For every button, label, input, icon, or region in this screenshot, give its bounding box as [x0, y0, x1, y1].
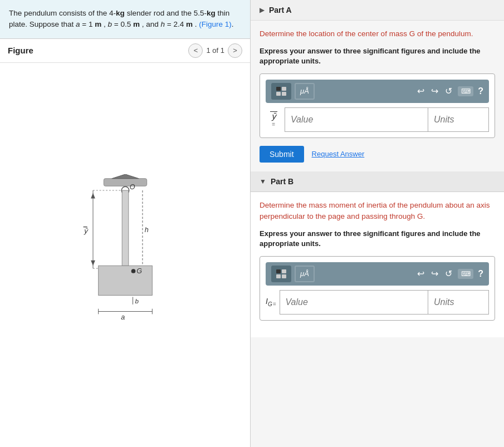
part-b-mu-icon[interactable]: μÅ [295, 266, 315, 282]
sq-light-1 [282, 87, 286, 91]
part-b-section: ▼ Part B Determine the mass moment of in… [251, 171, 504, 337]
part-b-grid-icon [276, 269, 286, 278]
svg-point-5 [131, 269, 135, 273]
ig-label: IG = [266, 297, 276, 307]
page-indicator: 1 of 1 [206, 46, 224, 55]
part-a-label: Part A [269, 6, 292, 14]
mu-icon[interactable]: μÅ [295, 83, 315, 100]
problem-text: The pendulum consists of the 4-kg slende… [0, 0, 250, 39]
part-a-chevron-icon: ▶ [260, 6, 265, 14]
svg-rect-3 [122, 190, 129, 266]
part-b-answer-box: μÅ ↩ ↪ ↺ ? IG = [260, 256, 495, 321]
part-b-toolbar: μÅ ↩ ↪ ↺ ? [266, 262, 489, 286]
part-b-instruction: Express your answer to three significant… [260, 229, 495, 249]
part-a-request-button[interactable]: Request Answer [312, 150, 365, 158]
part-a-answer-box: μÅ ↩ ↪ ↺ ? ȳ = [260, 73, 495, 138]
figure-content: O G ȳ h b a [0, 63, 250, 448]
part-a-instruction: Express your answer to three significant… [260, 46, 495, 66]
part-b-label: Part B [271, 177, 293, 186]
part-b-value-input[interactable] [280, 290, 428, 315]
sq-light-2 [276, 92, 281, 96]
prev-button[interactable]: < [188, 43, 203, 58]
part-a-body: Determine the location of the center of … [251, 21, 504, 171]
left-panel: The pendulum consists of the 4-kg slende… [0, 0, 251, 447]
figure-title: Figure [8, 46, 188, 55]
refresh-button[interactable]: ↺ [444, 86, 453, 96]
part-b-keyboard-icon[interactable] [458, 269, 473, 279]
part-b-units-input[interactable] [428, 290, 489, 315]
figure-header: Figure < 1 of 1 > [0, 39, 250, 63]
part-a-collapsed-header[interactable]: ▶ Part A [251, 0, 504, 21]
part-a-toolbar: μÅ ↩ ↪ ↺ ? [266, 80, 489, 103]
part-b-body: Determine the mass moment of inertia of … [251, 192, 504, 337]
part-a-value-input[interactable] [285, 107, 428, 132]
svg-rect-0 [104, 178, 146, 186]
keyboard-icon[interactable] [458, 86, 473, 96]
help-button[interactable]: ? [478, 86, 483, 96]
figure-area: Figure < 1 of 1 > O G [0, 39, 250, 448]
next-button[interactable]: > [228, 43, 242, 58]
part-b-description: Determine the mass moment of inertia of … [260, 200, 495, 223]
svg-marker-20 [91, 260, 95, 266]
sq-light-3 [282, 92, 286, 96]
toolbar-left: μÅ [271, 83, 315, 100]
sq-dark-1 [276, 87, 281, 91]
svg-rect-4 [98, 266, 152, 295]
part-b-formula-icon[interactable] [271, 266, 291, 282]
svg-text:O: O [129, 183, 135, 191]
right-panel: ▶ Part A Determine the location of the c… [251, 0, 504, 447]
svg-text:b: b [135, 297, 139, 304]
part-b-undo-button[interactable]: ↩ [416, 268, 425, 279]
svg-text:h: h [144, 226, 148, 234]
part-b-sq-light-1 [282, 269, 286, 273]
part-a-submit-button[interactable]: Submit [260, 146, 304, 163]
svg-text:G: G [136, 267, 142, 275]
svg-marker-21 [111, 174, 138, 179]
part-b-chevron-icon: ▼ [260, 178, 266, 185]
part-b-help-button[interactable]: ? [478, 269, 483, 279]
part-b-header[interactable]: ▼ Part B [251, 171, 504, 192]
toolbar-right: ↩ ↪ ↺ ? [416, 86, 483, 96]
part-b-input-row: IG = [266, 290, 489, 315]
svg-text:ȳ: ȳ [83, 227, 88, 235]
undo-button[interactable]: ↩ [416, 86, 425, 96]
part-b-toolbar-right: ↩ ↪ ↺ ? [416, 268, 483, 279]
part-a-units-input[interactable] [428, 107, 489, 132]
figure-nav: < 1 of 1 > [188, 43, 242, 58]
part-b-redo-button[interactable]: ↪ [430, 268, 439, 279]
redo-button[interactable]: ↪ [430, 86, 439, 96]
part-a-description: Determine the location of the center of … [260, 28, 495, 40]
y-bar-label: ȳ = [266, 111, 281, 127]
svg-marker-19 [91, 193, 95, 199]
svg-text:a: a [121, 313, 125, 321]
grid-icon [276, 87, 286, 96]
part-b-sq-light-3 [282, 274, 286, 278]
part-b-toolbar-left: μÅ [271, 266, 315, 282]
part-b-sq-light-2 [276, 274, 281, 278]
formula-icon[interactable] [271, 83, 291, 100]
part-b-refresh-button[interactable]: ↺ [444, 268, 453, 279]
part-a-action-row: Submit Request Answer [260, 146, 495, 163]
part-a-input-row: ȳ = [266, 107, 489, 132]
pendulum-figure: O G ȳ h b a [47, 174, 203, 336]
part-b-sq-dark-1 [276, 269, 281, 273]
